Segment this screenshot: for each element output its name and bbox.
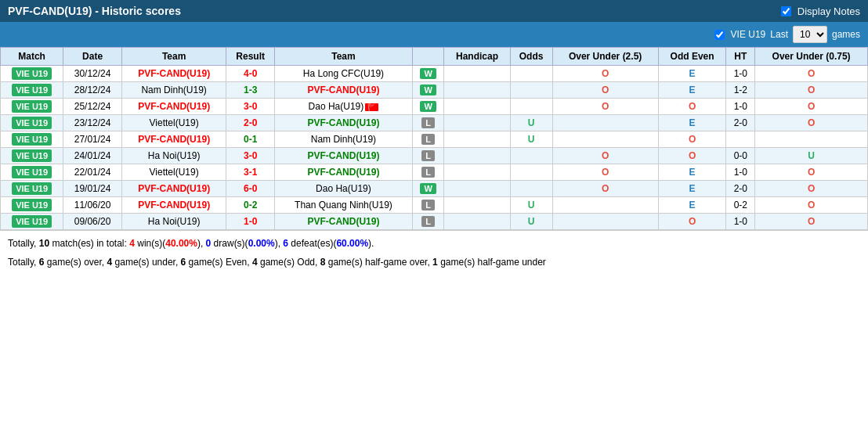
cell-score: 1-0 bbox=[226, 214, 275, 230]
cell-handicap bbox=[444, 131, 510, 148]
cell-ou25: O bbox=[552, 148, 658, 164]
summary-line1: Totally, 10 match(es) in total: 4 win(s)… bbox=[8, 236, 860, 253]
cell-team1: PVF-CAND(U19) bbox=[121, 66, 226, 82]
last-games-select[interactable]: 10 20 30 bbox=[793, 26, 827, 43]
cell-ht: 2-0 bbox=[726, 115, 755, 131]
cell-ou25: O bbox=[552, 164, 658, 181]
cell-ou075: O bbox=[755, 82, 868, 99]
cell-ou075: O bbox=[755, 164, 868, 181]
cell-team1: PVF-CAND(U19) bbox=[121, 197, 226, 214]
cell-match: VIE U19 bbox=[1, 214, 63, 230]
cell-handicap bbox=[444, 82, 510, 99]
cell-team2: Ha Long CFC(U19) bbox=[275, 66, 413, 82]
cell-ht: 1-0 bbox=[726, 66, 755, 82]
league-label: VIE U19 bbox=[731, 29, 766, 40]
col-team2: Team bbox=[275, 48, 413, 66]
table-row: VIE U1927/01/24PVF-CAND(U19)0-1Nam Dinh(… bbox=[1, 131, 868, 148]
summary: Totally, 10 match(es) in total: 4 win(s)… bbox=[0, 230, 868, 277]
cell-odds bbox=[510, 164, 552, 181]
cell-score: 4-0 bbox=[226, 66, 275, 82]
cell-team1: Nam Dinh(U19) bbox=[121, 82, 226, 99]
cell-team2: Dao Ha(U19)🚩 bbox=[275, 99, 413, 115]
cell-team2: PVF-CAND(U19) bbox=[275, 214, 413, 230]
cell-team2: Nam Dinh(U19) bbox=[275, 131, 413, 148]
cell-date: 25/12/24 bbox=[63, 99, 122, 115]
cell-oe: O bbox=[658, 131, 726, 148]
cell-result: W bbox=[412, 66, 444, 82]
cell-team2: Dao Ha(U19) bbox=[275, 181, 413, 197]
cell-ou25 bbox=[552, 131, 658, 148]
cell-ht: 0-0 bbox=[726, 148, 755, 164]
cell-score: 0-2 bbox=[226, 197, 275, 214]
cell-oe: E bbox=[658, 115, 726, 131]
cell-team1: PVF-CAND(U19) bbox=[121, 99, 226, 115]
cell-ou25: O bbox=[552, 82, 658, 99]
table-row: VIE U1922/01/24Viettel(U19)3-1PVF-CAND(U… bbox=[1, 164, 868, 181]
cell-odds bbox=[510, 148, 552, 164]
cell-score: 1-3 bbox=[226, 82, 275, 99]
cell-date: 28/12/24 bbox=[63, 82, 122, 99]
cell-result: L bbox=[412, 148, 444, 164]
cell-ht bbox=[726, 131, 755, 148]
cell-result: L bbox=[412, 214, 444, 230]
col-ou25: Over Under (2.5) bbox=[552, 48, 658, 66]
cell-result: W bbox=[412, 99, 444, 115]
cell-team1: Viettel(U19) bbox=[121, 164, 226, 181]
cell-ou075: O bbox=[755, 197, 868, 214]
league-checkbox[interactable] bbox=[714, 30, 725, 40]
cell-handicap bbox=[444, 164, 510, 181]
cell-result: W bbox=[412, 82, 444, 99]
cell-match: VIE U19 bbox=[1, 82, 63, 99]
cell-date: 09/06/20 bbox=[63, 214, 122, 230]
cell-match: VIE U19 bbox=[1, 148, 63, 164]
cell-date: 24/01/24 bbox=[63, 148, 122, 164]
cell-oe: O bbox=[658, 99, 726, 115]
cell-result: L bbox=[412, 131, 444, 148]
table-header-row: Match Date Team Result Team Handicap Odd… bbox=[1, 48, 868, 66]
col-handicap: Handicap bbox=[444, 48, 510, 66]
col-empty bbox=[412, 48, 444, 66]
display-notes-label: Display Notes bbox=[797, 5, 860, 17]
cell-match: VIE U19 bbox=[1, 181, 63, 197]
cell-ou075: O bbox=[755, 99, 868, 115]
col-oe: Odd Even bbox=[658, 48, 726, 66]
col-result: Result bbox=[226, 48, 275, 66]
cell-ht: 2-0 bbox=[726, 181, 755, 197]
cell-odds: U bbox=[510, 115, 552, 131]
display-notes-checkbox[interactable] bbox=[781, 6, 791, 16]
col-match: Match bbox=[1, 48, 63, 66]
cell-ou25: O bbox=[552, 181, 658, 197]
cell-handicap bbox=[444, 99, 510, 115]
col-ht: HT bbox=[726, 48, 755, 66]
table-row: VIE U1911/06/20PVF-CAND(U19)0-2Than Quan… bbox=[1, 197, 868, 214]
cell-ou25: O bbox=[552, 66, 658, 82]
cell-ou25 bbox=[552, 214, 658, 230]
cell-match: VIE U19 bbox=[1, 66, 63, 82]
scores-table: Match Date Team Result Team Handicap Odd… bbox=[0, 47, 868, 230]
cell-odds: U bbox=[510, 214, 552, 230]
cell-team2: PVF-CAND(U19) bbox=[275, 148, 413, 164]
cell-ou075: O bbox=[755, 214, 868, 230]
cell-oe: E bbox=[658, 181, 726, 197]
cell-odds bbox=[510, 66, 552, 82]
cell-score: 0-1 bbox=[226, 131, 275, 148]
cell-ou075: O bbox=[755, 66, 868, 82]
cell-score: 3-1 bbox=[226, 164, 275, 181]
cell-date: 27/01/24 bbox=[63, 131, 122, 148]
cell-score: 3-0 bbox=[226, 148, 275, 164]
cell-handicap bbox=[444, 181, 510, 197]
games-label: games bbox=[832, 29, 860, 40]
cell-team1: PVF-CAND(U19) bbox=[121, 181, 226, 197]
cell-handicap bbox=[444, 115, 510, 131]
cell-oe: O bbox=[658, 148, 726, 164]
cell-match: VIE U19 bbox=[1, 99, 63, 115]
cell-oe: E bbox=[658, 82, 726, 99]
cell-handicap bbox=[444, 66, 510, 82]
cell-ht: 1-0 bbox=[726, 164, 755, 181]
cell-result: L bbox=[412, 164, 444, 181]
cell-ou075 bbox=[755, 131, 868, 148]
col-ou075: Over Under (0.75) bbox=[755, 48, 868, 66]
cell-team2: PVF-CAND(U19) bbox=[275, 115, 413, 131]
col-date: Date bbox=[63, 48, 122, 66]
cell-ou075: U bbox=[755, 148, 868, 164]
